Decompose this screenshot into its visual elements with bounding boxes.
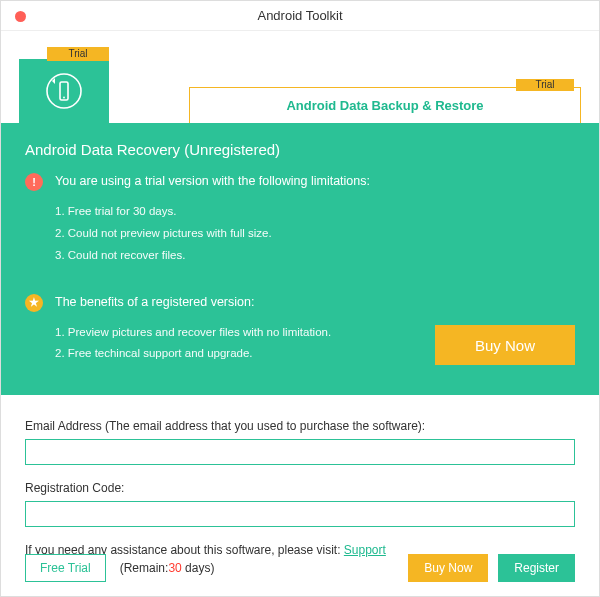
window-title: Android Toolkit — [257, 8, 342, 23]
buy-now-button[interactable]: Buy Now — [435, 325, 575, 365]
panel-title: Android Data Recovery (Unregistered) — [25, 141, 575, 158]
warning-icon: ! — [25, 173, 43, 191]
tabs-area: Trial Trial Android Data Backup & Restor… — [1, 41, 599, 123]
close-icon[interactable] — [15, 11, 26, 22]
star-icon: ★ — [25, 294, 43, 312]
svg-point-2 — [63, 97, 65, 99]
register-button[interactable]: Register — [498, 554, 575, 582]
free-trial-button[interactable]: Free Trial — [25, 554, 106, 582]
limitations-list: 1. Free trial for 30 days. 2. Could not … — [55, 201, 575, 267]
footer: Free Trial (Remain:30 days) Buy Now Regi… — [1, 554, 599, 582]
email-label: Email Address (The email address that yo… — [25, 419, 575, 433]
registration-code-field[interactable] — [25, 501, 575, 527]
trial-badge-left: Trial — [47, 47, 109, 61]
remain-days: 30 — [168, 561, 181, 575]
svg-point-0 — [47, 74, 81, 108]
app-window: Android Toolkit Trial Trial Android Data… — [0, 0, 600, 597]
tab-backup-restore-label: Android Data Backup & Restore — [286, 98, 483, 113]
limitation-item: 3. Could not recover files. — [55, 245, 575, 267]
benefits-heading: The benefits of a registered version: — [55, 293, 254, 312]
titlebar: Android Toolkit — [1, 1, 599, 31]
buy-now-footer-button[interactable]: Buy Now — [408, 554, 488, 582]
code-label: Registration Code: — [25, 481, 575, 495]
limitation-item: 1. Free trial for 30 days. — [55, 201, 575, 223]
trial-badge-right: Trial — [516, 79, 574, 91]
info-panel: Android Data Recovery (Unregistered) ! Y… — [1, 123, 599, 395]
device-recovery-icon — [44, 71, 84, 111]
tab-backup-restore[interactable]: Trial Android Data Backup & Restore — [189, 87, 581, 123]
limitations-heading: You are using a trial version with the f… — [55, 172, 370, 191]
registration-form: Email Address (The email address that yo… — [1, 395, 599, 567]
remain-label: (Remain:30 days) — [120, 561, 215, 575]
tab-data-recovery[interactable]: Trial — [19, 59, 109, 123]
limitation-item: 2. Could not preview pictures with full … — [55, 223, 575, 245]
email-field[interactable] — [25, 439, 575, 465]
